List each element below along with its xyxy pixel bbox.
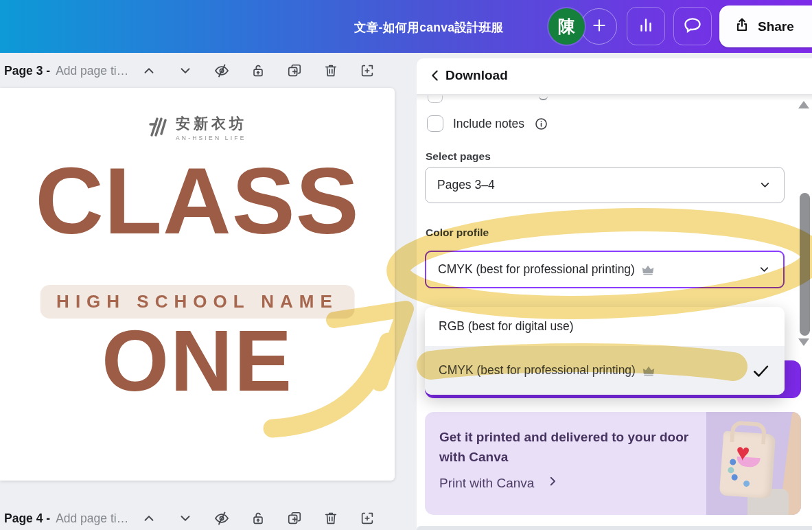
promo-cta-label: Print with Canva: [439, 476, 534, 491]
insights-button[interactable]: [627, 7, 665, 45]
scroll-shadow: [417, 95, 812, 101]
hide-page-icon[interactable]: [213, 62, 230, 79]
option-rgb[interactable]: RGB (best for digital use): [425, 307, 785, 346]
move-page-up-icon[interactable]: [141, 510, 157, 527]
headline-one-text[interactable]: ONE: [0, 309, 395, 413]
brand-logo[interactable]: 安新衣坊 AN-HSIEN LIFE: [0, 114, 395, 141]
share-button[interactable]: Share: [719, 5, 812, 47]
info-icon[interactable]: [534, 117, 548, 131]
share-label: Share: [758, 19, 794, 34]
speech-bubble-icon: [683, 15, 702, 37]
heart-icon: ♥: [735, 439, 751, 466]
panel-title: Download: [445, 68, 508, 83]
chevron-right-icon: [546, 475, 559, 491]
page3-toolbar: Page 3 - Add page ti…: [0, 58, 412, 84]
chevron-down-icon: [758, 178, 772, 192]
bar-chart-icon: [637, 16, 655, 36]
download-panel-header: Download: [417, 58, 812, 94]
delete-page-icon[interactable]: [323, 62, 339, 79]
option-cmyk-label: CMYK (best for professional printing): [439, 363, 636, 378]
option-rgb-label: RGB (best for digital use): [439, 319, 573, 334]
avatar[interactable]: 陳: [548, 8, 585, 45]
color-profile-label: Color profile: [426, 227, 489, 239]
color-profile-menu: RGB (best for digital use) CMYK (best fo…: [425, 307, 785, 395]
include-notes-checkbox[interactable]: [427, 115, 443, 132]
page3-label: Page 3 -: [4, 64, 50, 78]
unlock-page-icon[interactable]: [250, 510, 266, 527]
plus-icon: [590, 16, 608, 37]
add-page-icon[interactable]: [359, 510, 375, 527]
color-profile-dropdown[interactable]: CMYK (best for professional printing): [425, 251, 785, 288]
avatar-initial: 陳: [558, 15, 575, 38]
comments-button[interactable]: [673, 7, 712, 45]
move-page-down-icon[interactable]: [177, 62, 194, 79]
download-panel: Download Include notes Select pages Page…: [417, 58, 812, 530]
checkmark-icon: [750, 360, 771, 381]
brand-name-latin: AN-HSIEN LIFE: [176, 135, 247, 141]
scrollbar-up-arrow[interactable]: [798, 101, 809, 108]
print-promo-card[interactable]: Get it printed and delivered to your doo…: [425, 412, 801, 515]
select-pages-label: Select pages: [426, 150, 491, 163]
select-pages-value: Pages 3–4: [437, 178, 758, 192]
top-bar: 文章-如何用canva設計班服 陳 Share: [0, 0, 812, 53]
option-cmyk[interactable]: CMYK (best for professional printing): [425, 346, 785, 395]
scrollbar-down-arrow[interactable]: [798, 338, 809, 346]
tote-bag-photo: ♥: [706, 412, 801, 515]
delete-page-icon[interactable]: [323, 510, 339, 527]
scrollbar-thumb[interactable]: [800, 193, 810, 336]
page4-toolbar: Page 4 - Add page ti…: [0, 505, 412, 530]
chevron-left-icon: [428, 68, 443, 86]
premium-crown-icon: [642, 264, 654, 275]
promo-title: Get it printed and delivered to your doo…: [439, 427, 707, 468]
include-notes-row: Include notes: [427, 115, 548, 132]
tote-bag: ♥: [719, 430, 776, 498]
select-pages-dropdown[interactable]: Pages 3–4: [425, 167, 785, 203]
move-page-up-icon[interactable]: [141, 62, 157, 79]
hide-page-icon[interactable]: [213, 510, 230, 527]
panel-bottom-edge: [417, 526, 812, 530]
add-member-button[interactable]: [581, 8, 617, 45]
print-with-canva-link[interactable]: Print with Canva: [439, 475, 559, 491]
back-button[interactable]: [426, 68, 444, 86]
share-upload-icon: [734, 16, 750, 36]
include-notes-label: Include notes: [453, 117, 524, 131]
page3-title-input[interactable]: Add page ti…: [56, 64, 128, 78]
canva-editor: 文章-如何用canva設計班服 陳 Share Page 3 -: [0, 0, 812, 530]
page4-label: Page 4 -: [4, 511, 50, 526]
unlock-page-icon[interactable]: [250, 62, 266, 79]
brand-name-cjk: 安新衣坊: [176, 114, 247, 133]
document-title[interactable]: 文章-如何用canva設計班服: [354, 19, 503, 36]
headline-class-text[interactable]: CLASS: [0, 144, 395, 258]
duplicate-page-icon[interactable]: [286, 62, 303, 79]
chevron-down-icon: [758, 263, 771, 276]
add-page-icon[interactable]: [359, 62, 375, 79]
brand-logo-icon: [148, 115, 170, 141]
duplicate-page-icon[interactable]: [286, 510, 303, 527]
move-page-down-icon[interactable]: [177, 510, 194, 527]
color-profile-value: CMYK (best for professional printing): [438, 262, 635, 277]
page4-title-input[interactable]: Add page ti…: [56, 511, 128, 526]
design-page-3[interactable]: 安新衣坊 AN-HSIEN LIFE CLASS HIGH SCHOOL NAM…: [0, 88, 395, 481]
premium-crown-icon: [642, 365, 655, 376]
clipped-checkbox: [428, 95, 443, 103]
